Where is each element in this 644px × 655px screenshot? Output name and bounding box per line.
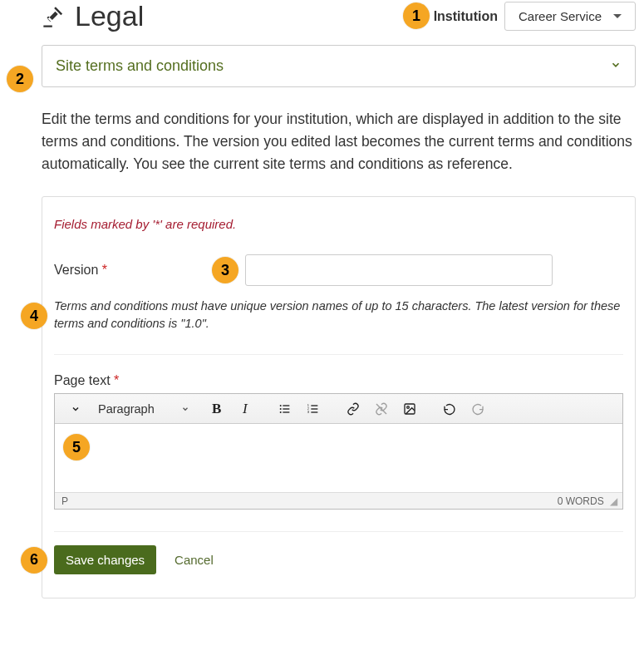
required-fields-note: Fields marked by '*' are required. bbox=[54, 217, 623, 231]
annotation-3: 3 bbox=[212, 257, 238, 283]
form-panel: Fields marked by '*' are required. Versi… bbox=[42, 196, 636, 598]
svg-rect-11 bbox=[311, 411, 317, 412]
institution-label: Institution bbox=[434, 9, 498, 24]
gavel-icon bbox=[42, 5, 65, 28]
image-button[interactable] bbox=[397, 398, 422, 420]
version-input[interactable] bbox=[245, 254, 553, 286]
page-header: Legal Institution Career Service bbox=[8, 0, 636, 45]
svg-rect-3 bbox=[283, 408, 289, 409]
pagetext-label: Page text * bbox=[54, 373, 119, 387]
accordion-title: Site terms and conditions bbox=[56, 57, 224, 75]
editor-content[interactable]: 5 bbox=[55, 424, 622, 492]
italic-button[interactable]: I bbox=[233, 398, 258, 420]
svg-rect-1 bbox=[283, 405, 289, 406]
svg-rect-5 bbox=[283, 411, 289, 412]
institution-value: Career Service bbox=[519, 9, 602, 23]
svg-point-2 bbox=[279, 408, 281, 410]
editor-path: P bbox=[61, 495, 68, 507]
editor-word-count: 0 WORDS bbox=[558, 495, 604, 507]
svg-point-14 bbox=[406, 406, 409, 409]
version-help-text: Terms and conditions must have unique ve… bbox=[54, 298, 623, 355]
save-button[interactable]: Save changes bbox=[54, 545, 156, 574]
institution-select[interactable]: Career Service bbox=[504, 2, 636, 31]
rich-text-editor: Paragraph B I 123 bbox=[54, 393, 623, 510]
caret-down-icon bbox=[613, 14, 622, 18]
bold-button[interactable]: B bbox=[204, 398, 229, 420]
resize-handle-icon[interactable]: ◢ bbox=[610, 495, 617, 507]
svg-rect-9 bbox=[311, 408, 317, 409]
link-button[interactable] bbox=[341, 398, 366, 420]
accordion-site-terms[interactable]: Site terms and conditions bbox=[42, 45, 636, 87]
annotation-2: 2 bbox=[7, 66, 33, 92]
unlink-button[interactable] bbox=[369, 398, 394, 420]
svg-rect-7 bbox=[311, 405, 317, 406]
numbered-list-button[interactable]: 123 bbox=[301, 398, 326, 420]
annotation-1: 1 bbox=[403, 2, 430, 29]
bullet-list-button[interactable] bbox=[273, 398, 297, 420]
intro-text: Edit the terms and conditions for your i… bbox=[42, 108, 636, 175]
redo-button[interactable] bbox=[465, 398, 490, 420]
cancel-link[interactable]: Cancel bbox=[175, 553, 214, 567]
svg-point-0 bbox=[279, 405, 281, 406]
divider bbox=[54, 531, 623, 532]
page-title: Legal bbox=[75, 0, 144, 32]
toolbar-expand-button[interactable] bbox=[63, 398, 88, 420]
annotation-5: 5 bbox=[63, 434, 90, 460]
format-label: Paragraph bbox=[98, 402, 155, 416]
svg-text:3: 3 bbox=[307, 410, 309, 414]
caret-down-icon bbox=[181, 402, 189, 416]
editor-toolbar: Paragraph B I 123 bbox=[55, 394, 622, 424]
format-select[interactable]: Paragraph bbox=[91, 402, 196, 416]
undo-button[interactable] bbox=[437, 398, 462, 420]
annotation-6: 6 bbox=[21, 547, 47, 574]
chevron-down-icon bbox=[610, 59, 622, 74]
annotation-4: 4 bbox=[21, 303, 47, 329]
svg-point-4 bbox=[279, 411, 281, 413]
